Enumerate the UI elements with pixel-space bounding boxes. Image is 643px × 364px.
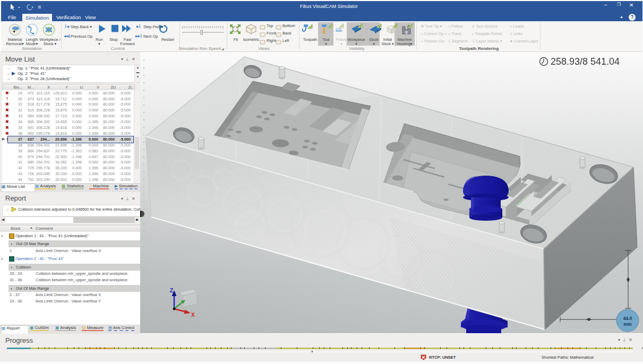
svg-text:mm: mm: [623, 322, 632, 327]
svg-text:44.0: 44.0: [623, 316, 632, 321]
svg-text:X: X: [191, 312, 195, 318]
svg-text:258.93/8 541.04: 258.93/8 541.04: [551, 56, 620, 67]
svg-text:Z: Z: [170, 288, 173, 293]
